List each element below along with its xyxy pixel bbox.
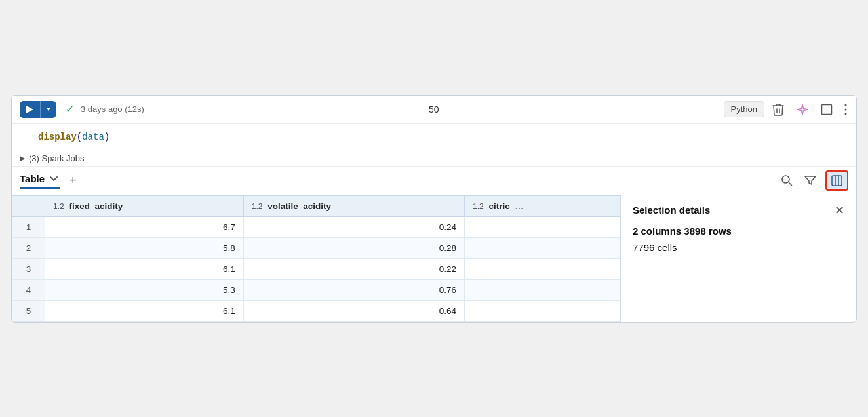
code-function: display xyxy=(38,132,77,142)
svg-point-4 xyxy=(782,176,789,183)
table-row: 4 5.3 0.76 xyxy=(12,279,620,300)
column-panel-button[interactable] xyxy=(825,170,848,191)
code-area: display(data) xyxy=(12,124,856,151)
code-line: display(data) xyxy=(38,130,843,144)
run-button-group xyxy=(20,101,56,118)
cell-citric-1 xyxy=(465,216,620,237)
toolbar-icons xyxy=(771,102,848,117)
table-dropdown-button[interactable] xyxy=(47,172,60,185)
data-table: 1.2 fixed_acidity 1.2 volatile_acidity 1… xyxy=(12,195,620,322)
chevron-down-icon xyxy=(46,108,51,111)
cell-volatile-1: 0.24 xyxy=(243,216,464,237)
col-header-citric[interactable]: 1.2 citric_… xyxy=(465,195,620,216)
play-icon xyxy=(26,106,33,113)
code-argument: data xyxy=(82,132,104,142)
cell-volatile-4: 0.76 xyxy=(243,279,464,300)
svg-point-1 xyxy=(845,104,847,106)
col-name-volatile: volatile_acidity xyxy=(267,201,331,211)
col-header-fixed-acidity[interactable]: 1.2 fixed_acidity xyxy=(45,195,244,216)
type-badge-citric: 1.2 xyxy=(473,202,484,211)
row-num-4: 4 xyxy=(12,279,45,300)
svg-point-3 xyxy=(845,113,847,115)
data-table-wrapper: 1.2 fixed_acidity 1.2 volatile_acidity 1… xyxy=(12,195,856,322)
table-row: 5 6.1 0.64 xyxy=(12,300,620,321)
cell-volatile-3: 0.22 xyxy=(243,258,464,279)
spark-jobs-label: (3) Spark Jobs xyxy=(29,153,85,163)
selection-columns-rows: 2 columns 3898 rows xyxy=(633,226,844,237)
table-row: 1 6.7 0.24 xyxy=(12,216,620,237)
row-num-2: 2 xyxy=(12,237,45,258)
cell-citric-4 xyxy=(465,279,620,300)
cell-volatile-2: 0.28 xyxy=(243,237,464,258)
cell-fixed-1: 6.7 xyxy=(45,216,244,237)
status-check-icon: ✓ xyxy=(66,103,74,115)
spark-jobs-row[interactable]: ▶ (3) Spark Jobs xyxy=(12,151,856,167)
spark-arrow-icon: ▶ xyxy=(20,154,25,163)
run-dropdown-button[interactable] xyxy=(41,103,56,115)
type-badge-fixed: 1.2 xyxy=(53,202,64,211)
cell-citric-5 xyxy=(465,300,620,321)
run-button[interactable] xyxy=(20,101,40,118)
table-row: 3 6.1 0.22 xyxy=(12,258,620,279)
selection-panel-title: Selection details xyxy=(633,205,710,216)
close-panel-button[interactable]: ✕ xyxy=(835,205,844,216)
cell-fixed-3: 6.1 xyxy=(45,258,244,279)
cell-volatile-5: 0.64 xyxy=(243,300,464,321)
row-num-5: 5 xyxy=(12,300,45,321)
selection-details-panel: Selection details ✕ 2 columns 3898 rows … xyxy=(620,195,856,322)
cell-citric-3 xyxy=(465,258,620,279)
type-badge-volatile: 1.2 xyxy=(252,202,263,211)
data-table-scroll: 1.2 fixed_acidity 1.2 volatile_acidity 1… xyxy=(12,195,620,322)
selection-cells-value: 7796 cells xyxy=(633,242,677,253)
table-row: 2 5.8 0.28 xyxy=(12,237,620,258)
selection-panel-header: Selection details ✕ xyxy=(633,205,844,216)
code-close-paren: ) xyxy=(104,132,109,142)
add-view-button[interactable]: + xyxy=(66,172,81,189)
cell-fixed-2: 5.8 xyxy=(45,237,244,258)
more-options-button[interactable] xyxy=(843,102,848,117)
timestamp-label: 3 days ago (12s) xyxy=(81,104,144,114)
cell-fixed-5: 6.1 xyxy=(45,300,244,321)
table-toolbar-right xyxy=(778,170,848,191)
svg-point-2 xyxy=(845,108,847,110)
execution-count: 50 xyxy=(151,104,717,115)
col-name-citric: citric_ xyxy=(488,201,515,211)
col-header-volatile-acidity[interactable]: 1.2 volatile_acidity xyxy=(243,195,464,216)
cell-fixed-4: 5.3 xyxy=(45,279,244,300)
svg-rect-5 xyxy=(832,176,842,186)
row-num-1: 1 xyxy=(12,216,45,237)
table-toolbar: Table + xyxy=(12,167,856,195)
code-open-paren: ( xyxy=(77,132,82,142)
col-name-citric-truncated: … xyxy=(515,201,524,211)
row-num-header xyxy=(12,195,45,216)
filter-button[interactable] xyxy=(802,173,819,188)
row-num-3: 3 xyxy=(12,258,45,279)
table-tab-label: Table xyxy=(20,173,45,184)
table-tab[interactable]: Table xyxy=(20,172,60,189)
language-badge[interactable]: Python xyxy=(724,101,764,117)
svg-rect-0 xyxy=(822,104,832,114)
notebook-cell: ✓ 3 days ago (12s) 50 Python xyxy=(11,95,857,323)
sparkle-button[interactable] xyxy=(795,102,810,117)
cell-toolbar: ✓ 3 days ago (12s) 50 Python xyxy=(12,96,856,124)
expand-button[interactable] xyxy=(819,102,834,117)
plus-icon: + xyxy=(69,174,77,187)
selection-columns-rows-value: 2 columns 3898 rows xyxy=(633,226,732,237)
search-button[interactable] xyxy=(778,172,795,189)
delete-button[interactable] xyxy=(771,102,785,117)
selection-cells: 7796 cells xyxy=(633,242,844,253)
col-name-fixed: fixed_acidity xyxy=(69,201,123,211)
cell-citric-2 xyxy=(465,237,620,258)
